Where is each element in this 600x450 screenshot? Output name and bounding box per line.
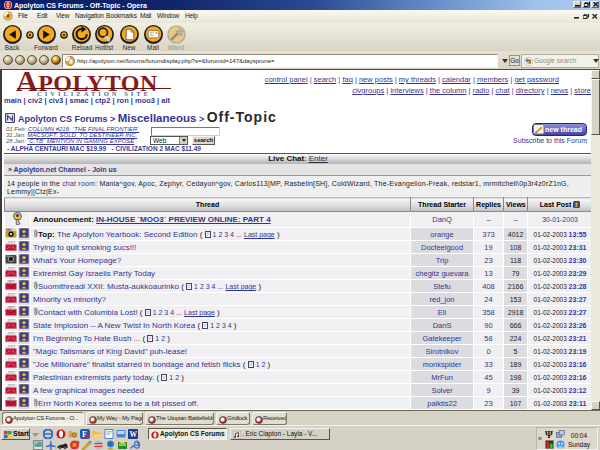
svg-text:W: W: [130, 430, 138, 439]
